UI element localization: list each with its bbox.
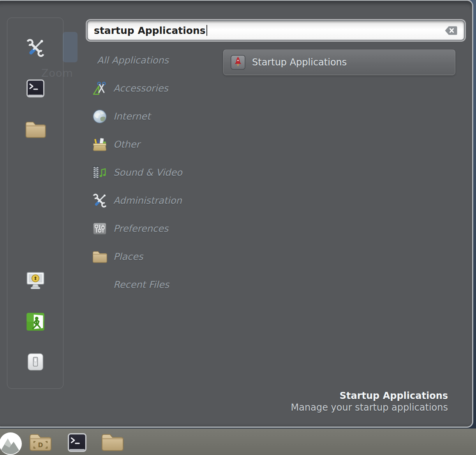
folder-icon [100,432,125,453]
category-accessories[interactable]: Accessories [92,74,224,102]
filmstrip-note-icon [92,165,108,180]
svg-text:D: D [38,442,43,449]
category-all-applications[interactable]: All Applications [92,46,224,74]
search-value: startup Applications [94,25,206,36]
backspace-clear-icon [444,26,458,35]
category-label: Recent Files [92,279,169,290]
ruler-scissors-icon [92,81,108,96]
category-other[interactable]: Other [92,131,224,159]
lock-screen-button[interactable] [25,271,46,291]
selection-description: Startup Applications Manage your startup… [291,390,448,413]
file-manager-button[interactable] [25,119,46,139]
mint-logo-icon [0,432,22,455]
shutdown-button[interactable] [26,352,45,372]
desktop-folder-launcher[interactable]: D [28,432,53,453]
shutdown-icon [26,352,45,372]
wrench-screwdriver-icon [92,193,108,208]
result-label: Startup Applications [252,57,347,68]
ghost-desktop-icon [63,32,78,62]
tools-crossed-icon [25,38,46,58]
category-label: Administration [113,195,182,206]
category-label: Other [113,139,140,150]
desktop: { "desktop": { "ghost_icon_label": "Zoom… [0,0,476,455]
clear-search-button[interactable] [444,26,458,35]
logout-icon [25,312,46,332]
rocket-icon [231,55,245,70]
folder-icon [92,249,108,265]
toolbox-icon [92,137,108,152]
terminal-launcher[interactable] [67,432,87,453]
selection-title: Startup Applications [291,390,448,402]
category-administration[interactable]: Administration [92,187,224,215]
sliders-panel-icon [92,221,108,236]
system-tools-button[interactable] [25,38,46,58]
menu-sidebar [7,18,63,389]
result-startup-applications[interactable]: Startup Applications [223,49,455,75]
search-input[interactable]: startup Applications [87,20,465,41]
lock-screen-icon [25,271,46,291]
category-label: Accessories [113,83,168,94]
terminal-button[interactable] [26,78,45,99]
category-places[interactable]: Places [92,243,224,271]
category-recent-files[interactable]: Recent Files [92,271,224,299]
category-label: Internet [113,111,150,122]
files-launcher[interactable] [100,432,125,453]
category-label: Preferences [113,223,168,234]
globe-icon [92,109,108,124]
category-preferences[interactable]: Preferences [92,215,224,243]
menu-launcher-button[interactable] [0,432,22,455]
desktop-folder-icon: D [28,432,53,453]
folder-icon [25,119,46,139]
panel-taskbar: D [0,429,476,455]
category-label: All Applications [92,55,169,66]
category-label: Places [113,251,143,262]
text-caret [206,25,207,36]
selection-subtitle: Manage your startup applications [291,402,448,413]
category-sound-video[interactable]: Sound & Video [92,159,224,187]
category-label: Sound & Video [113,167,182,178]
logout-button[interactable] [25,312,46,332]
terminal-icon [67,432,87,453]
category-internet[interactable]: Internet [92,102,224,131]
terminal-icon [26,78,45,99]
